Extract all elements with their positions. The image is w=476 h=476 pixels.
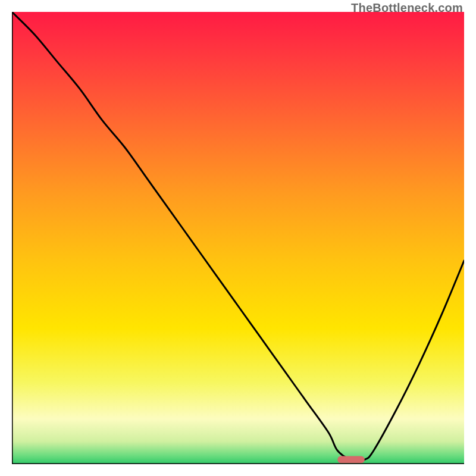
optimal-range-marker [337,456,365,463]
chart-svg [12,12,464,464]
bottleneck-chart: TheBottleneck.com [0,0,476,476]
gradient-background [12,12,464,464]
plot-area [12,12,464,464]
